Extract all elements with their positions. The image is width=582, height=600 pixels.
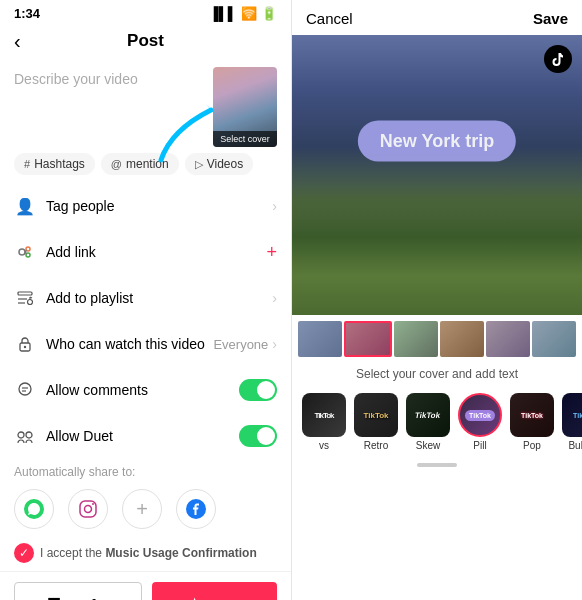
- who-watch-chevron: ›: [272, 336, 277, 352]
- tags-row: # Hashtags @ mention ▷ Videos: [0, 149, 291, 183]
- header: ‹ Post: [0, 25, 291, 59]
- post-button[interactable]: ✦ Post: [152, 582, 278, 600]
- right-header: Cancel Save: [292, 0, 582, 35]
- add-playlist-label: Add to playlist: [46, 290, 272, 306]
- drafts-icon: ☰: [47, 595, 60, 600]
- style-pop-label: Pop: [523, 440, 541, 451]
- thumbnail-4[interactable]: [440, 321, 484, 357]
- auto-share-label: Automatically share to:: [0, 459, 291, 483]
- svg-point-13: [24, 346, 26, 348]
- playlist-chevron: ›: [272, 290, 277, 306]
- duet-icon: [14, 425, 36, 447]
- style-vs[interactable]: TikTok vs: [302, 393, 346, 451]
- video-thumbnail[interactable]: Select cover: [213, 67, 277, 147]
- social-icons-row: +: [0, 483, 291, 537]
- facebook-icon[interactable]: [176, 489, 216, 529]
- style-skew-label: Skew: [416, 440, 440, 451]
- who-can-watch-item[interactable]: Who can watch this video Everyone ›: [0, 321, 291, 367]
- video-description-area: Describe your video Select cover: [0, 59, 291, 149]
- bottom-buttons: ☰ Drafts ✦ Post: [0, 571, 291, 600]
- add-link-item[interactable]: Add link +: [0, 229, 291, 275]
- style-pill[interactable]: TikTok Pill: [458, 393, 502, 451]
- instagram-icon[interactable]: [68, 489, 108, 529]
- back-button[interactable]: ‹: [14, 30, 21, 53]
- wifi-icon: 🛜: [241, 6, 257, 21]
- tag-people-chevron: ›: [272, 198, 277, 214]
- videos-label: Videos: [207, 157, 243, 171]
- time-display: 1:34: [14, 6, 40, 21]
- duet-toggle[interactable]: [239, 425, 277, 447]
- allow-comments-label: Allow comments: [46, 382, 239, 398]
- mention-icon: @: [111, 158, 122, 170]
- signal-icon: ▐▌▌: [209, 6, 237, 21]
- videos-tag[interactable]: ▷ Videos: [185, 153, 253, 175]
- add-playlist-item[interactable]: Add to playlist ›: [0, 275, 291, 321]
- comments-toggle[interactable]: [239, 379, 277, 401]
- style-retro-label: Retro: [364, 440, 388, 451]
- allow-comments-item: Allow comments: [0, 367, 291, 413]
- music-confirm-text: I accept the Music Usage Confirmation: [40, 546, 257, 560]
- svg-point-17: [18, 432, 24, 438]
- thumbnail-6[interactable]: [532, 321, 576, 357]
- svg-point-22: [92, 503, 94, 505]
- whatsapp-icon[interactable]: [14, 489, 54, 529]
- style-pill-label: Pill: [473, 440, 486, 451]
- svg-point-9: [28, 300, 33, 305]
- who-watch-icon: [14, 333, 36, 355]
- thumbnail-5[interactable]: [486, 321, 530, 357]
- right-panel: Cancel Save New York trip Select your co…: [291, 0, 582, 600]
- status-bar: 1:34 ▐▌▌ 🛜 🔋: [0, 0, 291, 25]
- style-bubble-label: Bubble: [568, 440, 582, 451]
- tag-people-label: Tag people: [46, 198, 272, 214]
- drafts-button[interactable]: ☰ Drafts: [14, 582, 142, 600]
- check-circle-icon: ✓: [14, 543, 34, 563]
- allow-duet-item: Allow Duet: [0, 413, 291, 459]
- hashtag-icon: #: [24, 158, 30, 170]
- ny-trip-text-overlay[interactable]: New York trip: [358, 121, 516, 162]
- style-pop[interactable]: TikTok Pop: [510, 393, 554, 451]
- style-skew-preview: TikTok: [406, 393, 450, 437]
- who-watch-label: Who can watch this video: [46, 336, 213, 352]
- music-confirm-row: ✓ I accept the Music Usage Confirmation: [0, 537, 291, 571]
- svg-point-14: [19, 383, 31, 395]
- mention-label: mention: [126, 157, 169, 171]
- thumbnail-2[interactable]: [344, 321, 392, 357]
- allow-duet-label: Allow Duet: [46, 428, 239, 444]
- tag-people-item[interactable]: 👤 Tag people ›: [0, 183, 291, 229]
- svg-rect-6: [18, 292, 32, 295]
- cancel-button[interactable]: Cancel: [306, 10, 353, 27]
- add-link-plus-icon: +: [266, 242, 277, 263]
- tiktok-watermark: [544, 45, 572, 73]
- add-platform-icon[interactable]: +: [122, 489, 162, 529]
- style-pop-preview: TikTok: [510, 393, 554, 437]
- tag-people-icon: 👤: [14, 195, 36, 217]
- select-cover-badge[interactable]: Select cover: [213, 131, 277, 147]
- comments-icon: [14, 379, 36, 401]
- style-retro-preview: TikTok: [354, 393, 398, 437]
- thumbnail-3[interactable]: [394, 321, 438, 357]
- mention-tag[interactable]: @ mention: [101, 153, 179, 175]
- style-retro[interactable]: TikTok Retro: [354, 393, 398, 451]
- music-confirm-bold: Music Usage Confirmation: [105, 546, 256, 560]
- style-vs-label: vs: [319, 440, 329, 451]
- description-placeholder[interactable]: Describe your video: [14, 67, 203, 87]
- style-pill-preview: TikTok: [458, 393, 502, 437]
- video-preview: New York trip: [292, 35, 582, 315]
- style-vs-preview: TikTok: [302, 393, 346, 437]
- svg-point-21: [85, 506, 92, 513]
- select-cover-instruction: Select your cover and add text: [292, 363, 582, 387]
- svg-point-18: [26, 432, 32, 438]
- page-title: Post: [127, 31, 164, 51]
- add-link-label: Add link: [46, 244, 266, 260]
- style-bubble[interactable]: TikTok Bubble: [562, 393, 582, 451]
- save-button[interactable]: Save: [533, 10, 568, 27]
- thumbnail-1[interactable]: [298, 321, 342, 357]
- videos-icon: ▷: [195, 158, 203, 171]
- everyone-label: Everyone: [213, 337, 268, 352]
- thumbnail-strip: [292, 315, 582, 363]
- battery-icon: 🔋: [261, 6, 277, 21]
- add-link-icon: [14, 241, 36, 263]
- post-sparkle-icon: ✦: [188, 595, 201, 600]
- style-skew[interactable]: TikTok Skew: [406, 393, 450, 451]
- hashtags-tag[interactable]: # Hashtags: [14, 153, 95, 175]
